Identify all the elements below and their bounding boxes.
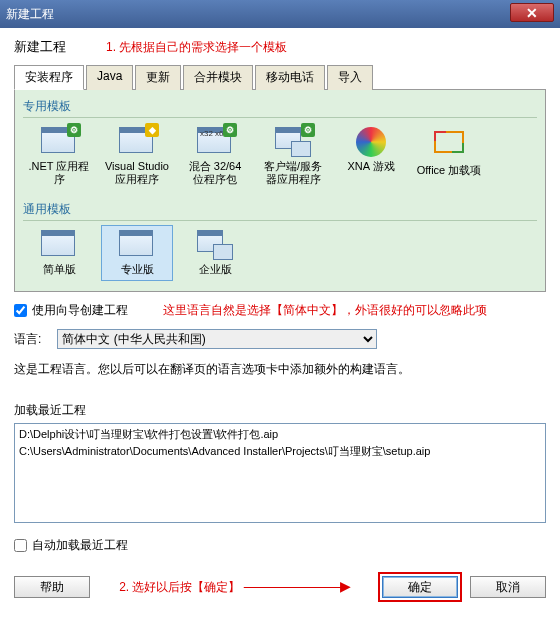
tab-update[interactable]: 更新 (135, 65, 181, 90)
tab-import[interactable]: 导入 (327, 65, 373, 90)
template-pro[interactable]: 专业版 (101, 225, 173, 281)
template-net[interactable]: ⚙ .NET 应用程序 (23, 122, 95, 191)
section-title: 新建工程 (14, 38, 66, 56)
autoload-checkbox[interactable] (14, 539, 27, 552)
gear-icon: ⚙ (67, 123, 81, 137)
recent-label: 加载最近工程 (14, 402, 546, 419)
template-simple[interactable]: 简单版 (23, 225, 95, 281)
template-xna[interactable]: XNA 游戏 (335, 122, 407, 191)
help-button[interactable]: 帮助 (14, 576, 90, 598)
ok-highlight: 确定 (378, 572, 462, 602)
tab-java[interactable]: Java (86, 65, 133, 90)
annotation-step1: 1. 先根据自己的需求选择一个模板 (106, 39, 287, 56)
language-select[interactable]: 简体中文 (中华人民共和国) (57, 329, 377, 349)
xna-icon (356, 127, 386, 157)
tab-mobile[interactable]: 移动电话 (255, 65, 325, 90)
vs-icon: ◆ (145, 123, 159, 137)
annotation-step2: 2. 选好以后按【确定】 (119, 580, 240, 594)
tab-strip: 安装程序 Java 更新 合并模块 移动电话 导入 (14, 64, 546, 90)
template-enterprise[interactable]: 企业版 (179, 225, 251, 281)
wizard-checkbox[interactable] (14, 304, 27, 317)
template-vs[interactable]: ◆ Visual Studio 应用程序 (101, 122, 173, 191)
template-mixed[interactable]: x32 x64⚙ 混合 32/64 位程序包 (179, 122, 251, 191)
wizard-label: 使用向导创建工程 (32, 302, 128, 319)
close-button[interactable]: ✕ (510, 3, 554, 22)
autoload-label: 自动加载最近工程 (32, 537, 128, 554)
ok-button[interactable]: 确定 (382, 576, 458, 598)
gear-icon: ⚙ (301, 123, 315, 137)
window-title: 新建工程 (6, 6, 54, 23)
list-item[interactable]: C:\Users\Administrator\Documents\Advance… (17, 443, 543, 460)
group-general: 通用模板 (23, 201, 537, 221)
arrow-icon: ————————▶ (244, 578, 349, 594)
list-item[interactable]: D:\Delphi设计\叮当理财宝\软件打包设置\软件打包.aip (17, 426, 543, 443)
annotation-lang: 这里语言自然是选择【简体中文】，外语很好的可以忽略此项 (163, 302, 487, 319)
template-panel: 专用模板 ⚙ .NET 应用程序 ◆ Visual Studio 应用程序 x3… (14, 90, 546, 292)
language-label: 语言: (14, 331, 41, 348)
cancel-button[interactable]: 取消 (470, 576, 546, 598)
group-special: 专用模板 (23, 98, 537, 118)
office-icon (434, 131, 464, 153)
tab-installer[interactable]: 安装程序 (14, 65, 84, 90)
gear-icon: ⚙ (223, 123, 237, 137)
template-office[interactable]: Office 加载项 (413, 122, 485, 191)
title-bar: 新建工程 ✕ (0, 0, 560, 28)
language-description: 这是工程语言。您以后可以在翻译页的语言选项卡中添加额外的构建语言。 (14, 361, 546, 378)
template-client-server[interactable]: ⚙ 客户端/服务器应用程序 (257, 122, 329, 191)
recent-list[interactable]: D:\Delphi设计\叮当理财宝\软件打包设置\软件打包.aip C:\Use… (14, 423, 546, 523)
tab-merge[interactable]: 合并模块 (183, 65, 253, 90)
